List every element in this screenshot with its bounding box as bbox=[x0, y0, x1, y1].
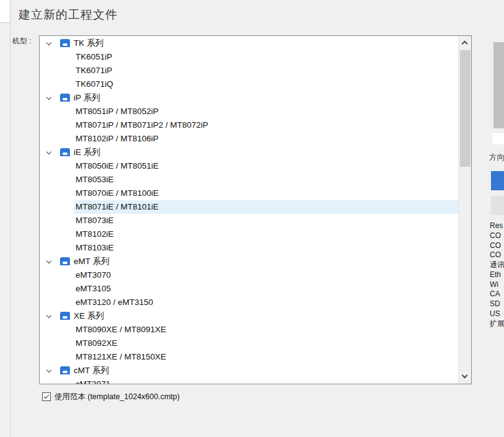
tree-item-row[interactable]: eMT3120 / eMT3150 bbox=[74, 296, 458, 309]
tree-group-label: XE 系列 bbox=[74, 309, 104, 323]
hmi-device-icon bbox=[60, 148, 70, 156]
tree-group-label: eMT 系列 bbox=[74, 255, 110, 268]
tree-item-row[interactable]: TK6071iQ bbox=[74, 77, 458, 91]
tree-group-row[interactable]: XE 系列 bbox=[40, 309, 458, 323]
tree-item-row[interactable]: MT8073iE bbox=[74, 214, 458, 227]
hmi-device-icon bbox=[60, 312, 70, 320]
spec-line: Eth bbox=[490, 270, 504, 280]
model-type-label: 机型 : bbox=[12, 36, 32, 46]
scrollbar-thumb[interactable] bbox=[460, 50, 471, 167]
tree-item-row[interactable]: MT8121XE / MT8150XE bbox=[74, 350, 458, 364]
right-panel-dropdown[interactable] bbox=[492, 133, 504, 144]
model-preview-image bbox=[493, 42, 504, 128]
tree-item-row[interactable]: TK6051iP bbox=[74, 50, 458, 64]
model-tree-listbox[interactable]: TK 系列TK6051iPTK6071iPTK6071iQiP 系列MT8051… bbox=[39, 35, 472, 384]
chevron-down-icon[interactable] bbox=[45, 94, 53, 102]
tree-item-row[interactable]: MT8071iP / MT8071iP2 / MT8072iP bbox=[74, 118, 458, 132]
use-template-checkbox[interactable] bbox=[42, 392, 51, 401]
scroll-up-button[interactable] bbox=[459, 36, 472, 50]
checkmark-icon bbox=[44, 394, 49, 399]
dialog-title: 建立新的工程文件 bbox=[19, 7, 118, 23]
tree-item-row[interactable]: MT8090XE / MT8091XE bbox=[74, 323, 458, 337]
orientation-portrait-button[interactable] bbox=[491, 196, 504, 215]
spec-line: Wi bbox=[490, 280, 504, 290]
tree-group-row[interactable]: eMT 系列 bbox=[40, 255, 458, 268]
model-tree: TK 系列TK6051iPTK6071iPTK6071iQiP 系列MT8051… bbox=[40, 37, 458, 384]
tree-item-row[interactable]: MT8102iP / MT8106iP bbox=[74, 132, 458, 146]
chevron-up-icon bbox=[462, 41, 468, 47]
tree-group-label: iP 系列 bbox=[74, 91, 100, 105]
tree-group-label: cMT 系列 bbox=[74, 364, 109, 377]
tree-item-row[interactable]: TK6071iP bbox=[74, 64, 458, 77]
chevron-down-icon[interactable] bbox=[45, 149, 53, 157]
chevron-down-icon[interactable] bbox=[45, 40, 53, 48]
tree-item-row[interactable]: MT8102iE bbox=[74, 227, 458, 241]
tree-item-row[interactable]: MT8053iE bbox=[74, 173, 458, 187]
tree-item-row[interactable]: eMT3105 bbox=[74, 282, 458, 296]
tree-item-row[interactable]: MT8103iE bbox=[74, 241, 458, 255]
spec-line: SD bbox=[490, 299, 504, 309]
tree-group-row[interactable]: iE 系列 bbox=[40, 146, 458, 159]
tree-group-row[interactable]: iP 系列 bbox=[40, 91, 458, 105]
spec-line: CO bbox=[490, 241, 504, 251]
tree-group-row[interactable]: cMT 系列 bbox=[40, 364, 458, 377]
use-template-label: 使用范本 (template_1024x600.cmtp) bbox=[54, 392, 180, 402]
tree-item-row[interactable]: MT8092XE bbox=[74, 337, 458, 350]
tree-group-label: iE 系列 bbox=[74, 146, 100, 159]
hmi-device-icon bbox=[60, 257, 70, 265]
tree-group-row[interactable]: TK 系列 bbox=[40, 37, 458, 50]
tree-group-label: TK 系列 bbox=[74, 37, 103, 50]
tree-item-row[interactable]: eMT3070 bbox=[74, 268, 458, 282]
chevron-down-icon[interactable] bbox=[45, 367, 53, 375]
spec-list: ResCOCOCO通讯EthWiCASDUS扩展 bbox=[490, 221, 504, 329]
spec-line: US bbox=[490, 309, 504, 319]
spec-line: CO bbox=[490, 250, 504, 260]
tree-item-row[interactable]: MT8071iE / MT8101iE bbox=[74, 200, 458, 214]
tree-item-row[interactable]: MT8051iP / MT8052iP bbox=[74, 105, 458, 118]
tree-item-row[interactable]: MT8070iE / MT8100iE bbox=[74, 187, 458, 200]
chevron-down-icon[interactable] bbox=[45, 312, 53, 320]
parent-window-edge-top bbox=[0, 0, 10, 23]
chevron-down-icon[interactable] bbox=[45, 258, 53, 266]
vertical-scrollbar[interactable] bbox=[458, 36, 471, 384]
hmi-device-icon bbox=[60, 94, 70, 102]
spec-line: CO bbox=[490, 231, 504, 241]
spec-line: 扩展 bbox=[490, 319, 504, 329]
tree-item-row[interactable]: MT8050iE / MT8051iE bbox=[74, 159, 458, 173]
hmi-device-icon bbox=[60, 39, 70, 47]
tree-item-row[interactable]: cMT3071 bbox=[74, 377, 458, 384]
hmi-device-icon bbox=[60, 366, 70, 374]
parent-window-edge bbox=[0, 0, 11, 437]
orientation-label: 方向 bbox=[489, 152, 504, 163]
chevron-down-icon bbox=[462, 373, 468, 379]
spec-line: 通讯 bbox=[490, 260, 504, 270]
scroll-down-button[interactable] bbox=[459, 370, 472, 384]
orientation-landscape-button[interactable] bbox=[491, 171, 504, 190]
spec-line: Res bbox=[490, 221, 504, 231]
spec-line: CA bbox=[490, 289, 504, 299]
